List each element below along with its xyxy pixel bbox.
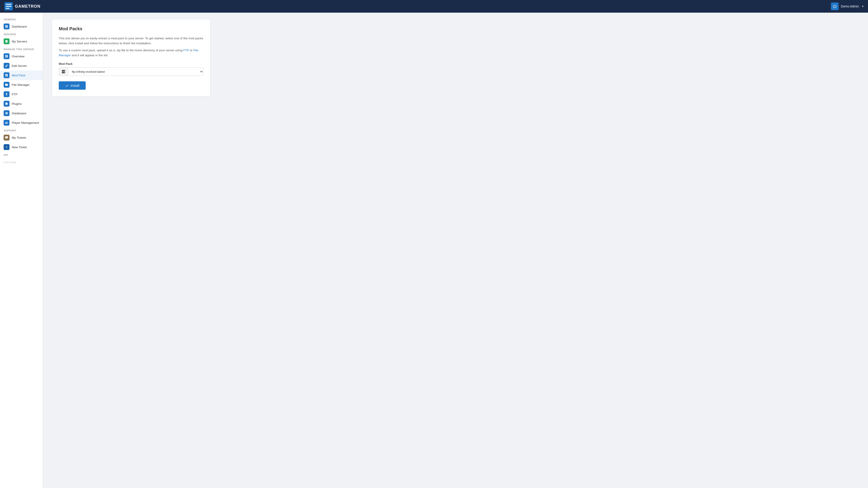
server-icon: [61, 69, 66, 74]
sidebar-item-file-manager[interactable]: File Manager: [0, 80, 43, 90]
sidebar-item-dashboard[interactable]: Dashboard: [0, 22, 43, 31]
user-avatar: [831, 2, 839, 10]
sidebar-item-edit-server-label: Edit Server: [12, 64, 27, 68]
main-content: Mod Packs This tool allows you to easily…: [43, 13, 868, 488]
sidebar-item-ftp[interactable]: FTP: [0, 90, 43, 99]
mod-pack-label: Mod Pack: [59, 62, 204, 66]
user-name: Demo Admin: [841, 4, 859, 8]
dropdown-arrow-icon[interactable]: ▾: [862, 5, 864, 8]
my-tickets-icon: [4, 135, 9, 140]
check-icon: [65, 84, 69, 88]
sidebar-item-overview-label: Overview: [12, 55, 24, 58]
install-button[interactable]: Install: [59, 81, 86, 90]
mod-pack-select[interactable]: ftp-infinity-evolved-latest ftp-infinity…: [68, 68, 203, 76]
card-title: Mod Packs: [59, 26, 204, 31]
card-description-2: To use a custom mod pack, upload it as a…: [59, 48, 204, 58]
card-description-1: This tool allows you to easily extract a…: [59, 36, 204, 46]
overview-icon: [4, 53, 9, 59]
edit-server-icon: [4, 63, 9, 69]
sidebar-item-mod-pack-label: Mod Pack: [12, 74, 25, 77]
logo-icon: [4, 2, 13, 10]
select-icon-area: [59, 68, 68, 76]
plugins-icon: [4, 101, 9, 107]
sidebar-item-overview[interactable]: Overview: [0, 52, 43, 61]
sidebar-item-player-management[interactable]: Player Management: [0, 118, 43, 127]
player-management-icon: [4, 120, 9, 126]
file-manager-icon: [4, 82, 9, 88]
sidebar-item-databases-label: Databases: [12, 111, 26, 115]
logo: GAMETRON: [4, 2, 40, 10]
header-user-area[interactable]: Demo Admin ▾: [831, 2, 864, 10]
sidebar-item-new-ticket-label: New Ticket: [12, 145, 27, 149]
ftp-link[interactable]: FTP: [183, 48, 189, 52]
sidebar-item-new-ticket[interactable]: New Ticket: [0, 142, 43, 152]
sidebar: General Dashboard Servers My Servers Man…: [0, 13, 43, 488]
svg-rect-2: [6, 6, 11, 7]
my-servers-icon: [4, 38, 9, 44]
logo-text: GAMETRON: [15, 4, 40, 9]
sidebar-item-my-tickets-label: My Tickets: [12, 136, 26, 139]
mod-packs-card: Mod Packs This tool allows you to easily…: [52, 20, 210, 96]
sidebar-servers-label: Servers: [0, 31, 43, 37]
sidebar-item-my-tickets[interactable]: My Tickets: [0, 133, 43, 142]
new-ticket-icon: [4, 144, 9, 150]
sidebar-support-label: Support: [0, 127, 43, 133]
sidebar-item-ftp-label: FTP: [12, 93, 18, 96]
dashboard-icon: [4, 24, 9, 29]
sidebar-item-file-manager-label: File Manager: [12, 83, 30, 87]
svg-rect-1: [6, 4, 11, 5]
sidebar-item-dashboard-label: Dashboard: [12, 25, 27, 28]
sidebar-manage-label: Manage This Server: [0, 46, 43, 52]
install-button-label: Install: [70, 84, 79, 88]
sidebar-item-plugins[interactable]: Plugins: [0, 99, 43, 108]
sidebar-item-mod-pack[interactable]: Mod Pack: [0, 70, 43, 80]
sidebar-item-my-servers[interactable]: My Servers: [0, 37, 43, 46]
sidebar-api-label: API: [0, 152, 43, 157]
version-text: v2.9.5-beta: [0, 159, 43, 165]
mod-pack-form-group: Mod Pack ftp-infinity-evolved-latest ftp…: [59, 62, 204, 76]
sidebar-item-plugins-label: Plugins: [12, 102, 22, 105]
sidebar-item-databases[interactable]: Databases: [0, 108, 43, 118]
description2-suffix: and it will appear in the list.: [71, 54, 108, 57]
mod-pack-icon: [4, 72, 9, 78]
ftp-icon: [4, 91, 9, 97]
sidebar-item-my-servers-label: My Servers: [12, 40, 27, 43]
header: GAMETRON Demo Admin ▾: [0, 0, 868, 13]
svg-rect-3: [6, 8, 9, 9]
description2-prefix: To use a custom mod pack, upload it as a…: [59, 48, 183, 52]
sidebar-item-player-management-label: Player Management: [12, 121, 39, 125]
databases-icon: [4, 110, 9, 116]
select-wrapper: ftp-infinity-evolved-latest ftp-infinity…: [59, 67, 204, 76]
sidebar-item-edit-server[interactable]: Edit Server: [0, 61, 43, 70]
sidebar-general-label: General: [0, 16, 43, 22]
description2-mid: or: [189, 48, 193, 52]
power-icon: [833, 4, 837, 8]
